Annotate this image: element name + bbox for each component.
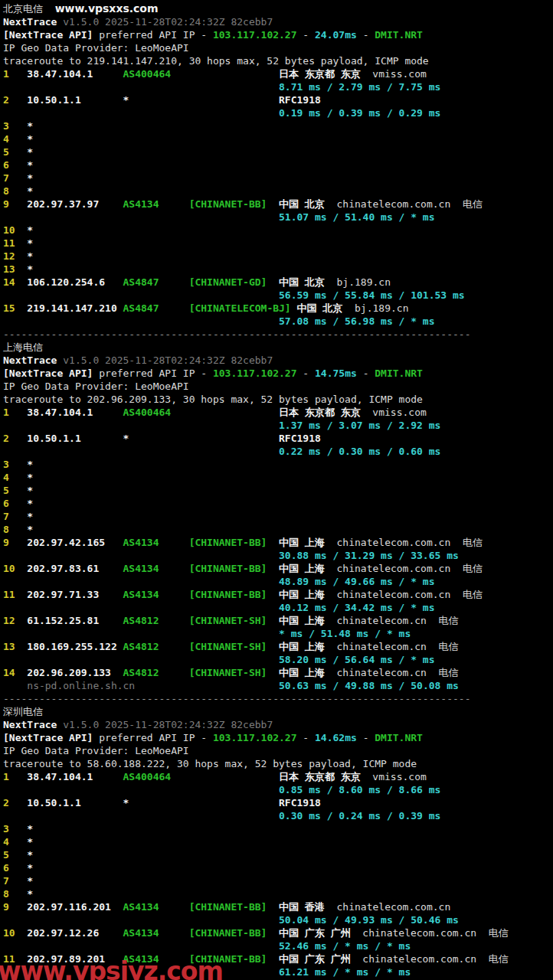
hop-geo: RFC1918	[279, 433, 321, 444]
hop-domain: chinatelecom.com.cn	[351, 927, 476, 939]
text-segment	[3, 107, 279, 119]
api-latency: 14.75ms	[315, 368, 357, 379]
hop-number: 3	[3, 459, 27, 470]
hop-rtt: 52.46 ms / * ms / * ms	[279, 940, 411, 952]
hop-number: 10	[3, 224, 27, 236]
hop-number: 4	[3, 836, 27, 848]
section-title: 北京电信	[3, 3, 43, 15]
hop-asn: AS4847	[123, 302, 189, 314]
hop-asn: AS4134	[123, 589, 189, 600]
hop-rtt-line: 58.20 ms / 56.64 ms / * ms	[3, 653, 553, 666]
hop-rtt-line: 8.71 ms / 2.79 ms / 7.75 ms	[3, 80, 553, 93]
hop-line: 3 *	[3, 822, 553, 835]
api-label: [NextTrace API]	[3, 732, 93, 743]
text-segment	[3, 576, 279, 587]
traceroute-info: traceroute to 202.96.209.133, 30 hops ma…	[3, 394, 423, 405]
hop-isp: 电信	[476, 927, 509, 939]
hop-isp: 电信	[450, 198, 483, 210]
hop-star: *	[27, 862, 33, 874]
hop-ip: 219.141.147.210	[27, 302, 123, 314]
text-segment: -	[357, 29, 375, 41]
geo-provider: IP Geo Data Provider: LeoMoeAPI	[3, 42, 189, 54]
hop-line: 8 *	[3, 185, 553, 198]
geo-provider-line: IP Geo Data Provider: LeoMoeAPI	[3, 41, 553, 54]
hop-star: *	[27, 849, 33, 861]
hop-isp: 电信	[450, 589, 483, 600]
hop-asn: *	[123, 94, 189, 106]
hop-rtt-line: * ms / 51.48 ms / * ms	[3, 627, 553, 640]
geo-provider-line: IP Geo Data Provider: LeoMoeAPI	[3, 744, 553, 757]
hop-line: 14 106.120.254.6 AS4847 [CHINANET-GD] 中国…	[3, 276, 553, 289]
text-segment	[3, 784, 279, 795]
hop-number: 12	[3, 250, 27, 262]
hop-number: 13	[3, 641, 27, 652]
text-segment	[3, 940, 279, 952]
hop-number: 1	[3, 407, 27, 418]
hop-line: 13 180.169.255.122 AS4812 [CHINANET-SH] …	[3, 640, 553, 653]
hop-asn: *	[123, 433, 189, 444]
hop-rtt: 50.04 ms / 49.93 ms / 50.46 ms	[279, 914, 459, 926]
api-node: DMIT.NRT	[375, 29, 423, 41]
hop-rtt-line: 50.04 ms / 49.93 ms / 50.46 ms	[3, 913, 553, 926]
app-name: NextTrace	[3, 354, 57, 366]
hop-line: 2 10.50.1.1 * RFC1918	[3, 796, 553, 809]
hop-number: 7	[3, 172, 27, 184]
hop-line: 1 38.47.104.1 AS400464 日本 东京都 东京 vmiss.c…	[3, 67, 553, 80]
hop-number: 4	[3, 133, 27, 145]
text-segment: preferred API IP -	[93, 29, 213, 41]
hop-star: *	[27, 498, 33, 509]
hop-number: 1	[3, 68, 27, 80]
watermark: www.vpsjyz.com	[0, 956, 223, 980]
text-segment	[189, 68, 279, 80]
hop-domain: chinatelecom.cn	[325, 615, 427, 626]
hop-rtt-line: 0.22 ms / 0.30 ms / 0.60 ms	[3, 445, 553, 458]
app-version: v1.5.0 2025-11-28T02:24:32Z 82cebb7	[57, 354, 273, 366]
hop-asn: AS400464	[123, 68, 189, 80]
hop-isp: 电信	[476, 953, 509, 965]
hop-asn: *	[123, 797, 189, 808]
header-line: 北京电信 www.vpsxxs.com	[3, 2, 553, 15]
geo-provider-line: IP Geo Data Provider: LeoMoeAPI	[3, 380, 553, 393]
section-title-line: 上海电信	[3, 341, 553, 354]
text-segment: -	[357, 368, 375, 379]
hop-number: 4	[3, 472, 27, 483]
version-line: NextTrace v1.5.0 2025-11-28T02:24:32Z 82…	[3, 354, 553, 367]
text-segment	[189, 407, 279, 418]
hop-number: 9	[3, 198, 27, 210]
hop-number: 8	[3, 888, 27, 900]
text-segment	[3, 211, 279, 223]
text-segment	[3, 315, 279, 327]
hop-asn: AS4847	[123, 276, 189, 288]
api-node: DMIT.NRT	[375, 732, 423, 743]
hop-domain: chinatelecom.cn	[325, 667, 427, 678]
hop-rtt-line: ns-pd.online.sh.cn 50.63 ms / 49.88 ms /…	[3, 679, 553, 692]
hop-isp: 电信	[450, 563, 483, 574]
hop-number: 5	[3, 485, 27, 496]
hop-rtt: 48.89 ms / 49.66 ms / * ms	[279, 576, 435, 587]
hop-star: *	[27, 159, 33, 171]
hop-star: *	[27, 836, 33, 848]
hop-star: *	[27, 185, 33, 197]
hop-rtt: 58.20 ms / 56.64 ms / * ms	[279, 654, 435, 665]
hop-ip: 202.97.71.33	[27, 589, 123, 600]
hop-star: *	[27, 224, 33, 236]
hop-rtt: 0.22 ms / 0.30 ms / 0.60 ms	[279, 446, 440, 457]
hop-domain: chinatelecom.com.cn	[325, 901, 450, 913]
hop-as-tag: [CHINANET-BB]	[189, 563, 279, 574]
text-segment	[3, 446, 279, 457]
hop-star: *	[27, 120, 33, 132]
hop-geo: 中国 广东 广州	[279, 927, 351, 939]
hop-line: 13 *	[3, 263, 553, 276]
hop-number: 10	[3, 927, 27, 939]
hop-asn: AS4812	[123, 641, 189, 652]
hop-ip: 202.97.42.165	[27, 537, 123, 548]
hop-ip: 106.120.254.6	[27, 276, 123, 288]
hop-as-tag: [CHINANET-SH]	[189, 667, 279, 678]
hop-number: 8	[3, 524, 27, 535]
terminal-output: 北京电信 www.vpsxxs.comNextTrace v1.5.0 2025…	[0, 0, 553, 978]
hop-number: 13	[3, 263, 27, 275]
hop-ip: 10.50.1.1	[27, 94, 123, 106]
api-latency: 14.62ms	[315, 732, 357, 743]
hop-rtt-line: 57.08 ms / 56.98 ms / * ms	[3, 315, 553, 328]
app-name: NextTrace	[3, 719, 57, 730]
